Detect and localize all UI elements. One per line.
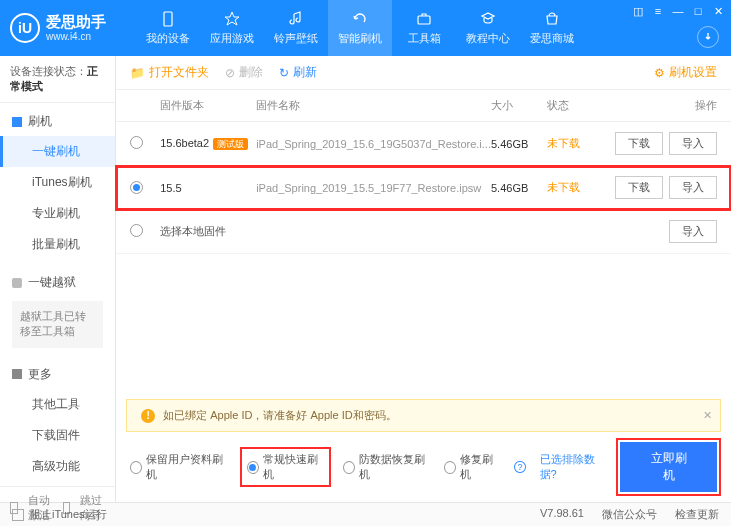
sidebar-item-download-firmware[interactable]: 下载固件 xyxy=(0,420,115,451)
cell-status: 未下载 xyxy=(547,180,597,195)
nav-store[interactable]: 爱思商城 xyxy=(520,0,584,56)
delete-icon: ⊘ xyxy=(225,66,235,80)
beta-badge: 测试版 xyxy=(213,138,248,150)
nav-label: 教程中心 xyxy=(466,31,510,46)
nav-toolbox[interactable]: 工具箱 xyxy=(392,0,456,56)
firmware-row[interactable]: 15.6beta2测试版 iPad_Spring_2019_15.6_19G50… xyxy=(116,122,731,166)
warning-icon: ! xyxy=(141,409,155,423)
exclude-data-link[interactable]: 已选排除数据? xyxy=(540,452,607,482)
download-manager-icon[interactable] xyxy=(697,26,719,48)
refresh-button[interactable]: ↻刷新 xyxy=(279,64,317,81)
toolbar: 📁打开文件夹 ⊘删除 ↻刷新 ⚙刷机设置 xyxy=(116,56,731,90)
opt-label: 修复刷机 xyxy=(460,452,500,482)
warning-text: 如已绑定 Apple ID，请准备好 Apple ID和密码。 xyxy=(163,408,397,423)
warning-close-icon[interactable]: ✕ xyxy=(703,409,712,422)
th-version: 固件版本 xyxy=(160,98,256,113)
sidebar-group-more[interactable]: 更多 xyxy=(0,360,115,389)
sidebar-item-batch-flash[interactable]: 批量刷机 xyxy=(0,229,115,260)
table-header: 固件版本 固件名称 大小 状态 操作 xyxy=(116,90,731,122)
row-radio[interactable] xyxy=(130,181,143,194)
import-button[interactable]: 导入 xyxy=(669,176,717,199)
opt-anti-recovery[interactable]: 防数据恢复刷机 xyxy=(343,452,430,482)
group-label: 一键越狱 xyxy=(28,274,76,291)
svg-rect-1 xyxy=(418,16,430,24)
appleid-warning: ! 如已绑定 Apple ID，请准备好 Apple ID和密码。 ✕ xyxy=(126,399,721,432)
nav-flash[interactable]: 智能刷机 xyxy=(328,0,392,56)
firmware-row-selected[interactable]: 15.5 iPad_Spring_2019_15.5_19F77_Restore… xyxy=(116,166,731,210)
nav-ringtones[interactable]: 铃声壁纸 xyxy=(264,0,328,56)
refresh-icon: ↻ xyxy=(279,66,289,80)
gear-icon: ⚙ xyxy=(654,66,665,80)
info-icon[interactable]: ? xyxy=(514,461,525,473)
sidebar-group-flash[interactable]: 刷机 xyxy=(0,107,115,136)
open-folder-button[interactable]: 📁打开文件夹 xyxy=(130,64,209,81)
sidebar-item-oneclick-flash[interactable]: 一键刷机 xyxy=(0,136,115,167)
wechat-link[interactable]: 微信公众号 xyxy=(602,507,657,522)
sidebar: 设备连接状态：正常模式 刷机 一键刷机 iTunes刷机 专业刷机 批量刷机 一… xyxy=(0,56,116,502)
opt-radio[interactable] xyxy=(343,461,355,474)
main-panel: 📁打开文件夹 ⊘删除 ↻刷新 ⚙刷机设置 固件版本 固件名称 大小 状态 操作 … xyxy=(116,56,731,502)
opt-repair[interactable]: 修复刷机 xyxy=(444,452,501,482)
cell-size: 5.46GB xyxy=(491,138,547,150)
flash-options: 保留用户资料刷机 常规快速刷机 防数据恢复刷机 修复刷机 ? 已选排除数据? 立… xyxy=(116,432,731,502)
local-firmware-row[interactable]: 选择本地固件 导入 xyxy=(116,210,731,254)
opt-radio[interactable] xyxy=(247,461,259,474)
connection-status: 设备连接状态：正常模式 xyxy=(0,56,115,103)
conn-prefix: 设备连接状态： xyxy=(10,65,87,77)
sidebar-item-advanced[interactable]: 高级功能 xyxy=(0,451,115,482)
opt-radio[interactable] xyxy=(130,461,142,474)
group-label: 刷机 xyxy=(28,113,52,130)
version-label: V7.98.61 xyxy=(540,507,584,522)
sidebar-item-pro-flash[interactable]: 专业刷机 xyxy=(0,198,115,229)
opt-label: 保留用户资料刷机 xyxy=(146,452,227,482)
sidebar-item-other-tools[interactable]: 其他工具 xyxy=(0,389,115,420)
skin-icon[interactable]: ◫ xyxy=(631,4,645,18)
nav-label: 我的设备 xyxy=(146,31,190,46)
minimize-icon[interactable]: — xyxy=(671,4,685,18)
logo-icon: iU xyxy=(10,13,40,43)
opt-label: 防数据恢复刷机 xyxy=(359,452,430,482)
nav-label: 工具箱 xyxy=(408,31,441,46)
nav-label: 铃声壁纸 xyxy=(274,31,318,46)
opt-keep-data[interactable]: 保留用户资料刷机 xyxy=(130,452,227,482)
nav-my-device[interactable]: 我的设备 xyxy=(136,0,200,56)
block-itunes-label: 阻止iTunes运行 xyxy=(30,507,107,522)
close-icon[interactable]: ✕ xyxy=(711,4,725,18)
group-label: 更多 xyxy=(28,366,52,383)
opt-normal-fast[interactable]: 常规快速刷机 xyxy=(242,449,329,485)
th-status: 状态 xyxy=(547,98,597,113)
opt-radio[interactable] xyxy=(444,461,456,474)
brand-url: www.i4.cn xyxy=(46,31,106,42)
sidebar-group-jailbreak[interactable]: 一键越狱 xyxy=(0,268,115,297)
titlebar: iU 爱思助手 www.i4.cn 我的设备 应用游戏 铃声壁纸 智能刷机 工具… xyxy=(0,0,731,56)
row-radio[interactable] xyxy=(130,136,143,149)
download-button[interactable]: 下载 xyxy=(615,176,663,199)
brand-title: 爱思助手 xyxy=(46,14,106,31)
cell-status: 未下载 xyxy=(547,136,597,151)
tb-label: 删除 xyxy=(239,64,263,81)
jailbreak-moved-note: 越狱工具已转移至工具箱 xyxy=(12,301,103,348)
cell-version: 15.6beta2 xyxy=(160,137,209,149)
th-size: 大小 xyxy=(491,98,547,113)
check-update-link[interactable]: 检查更新 xyxy=(675,507,719,522)
flash-settings-button[interactable]: ⚙刷机设置 xyxy=(654,64,717,81)
import-button[interactable]: 导入 xyxy=(669,132,717,155)
nav-apps[interactable]: 应用游戏 xyxy=(200,0,264,56)
th-ops: 操作 xyxy=(597,98,717,113)
nav-label: 智能刷机 xyxy=(338,31,382,46)
window-controls: ◫ ≡ — □ ✕ xyxy=(631,4,725,18)
flash-now-button[interactable]: 立即刷机 xyxy=(620,442,717,492)
download-button[interactable]: 下载 xyxy=(615,132,663,155)
nav-tutorials[interactable]: 教程中心 xyxy=(456,0,520,56)
th-name: 固件名称 xyxy=(256,98,491,113)
maximize-icon[interactable]: □ xyxy=(691,4,705,18)
cell-name: iPad_Spring_2019_15.5_19F77_Restore.ipsw xyxy=(256,182,491,194)
tb-label: 打开文件夹 xyxy=(149,64,209,81)
import-button[interactable]: 导入 xyxy=(669,220,717,243)
menu-icon[interactable]: ≡ xyxy=(651,4,665,18)
delete-button[interactable]: ⊘删除 xyxy=(225,64,263,81)
cell-name: iPad_Spring_2019_15.6_19G5037d_Restore.i… xyxy=(256,138,491,150)
block-itunes-checkbox[interactable] xyxy=(12,509,24,521)
sidebar-item-itunes-flash[interactable]: iTunes刷机 xyxy=(0,167,115,198)
row-radio[interactable] xyxy=(130,224,143,237)
